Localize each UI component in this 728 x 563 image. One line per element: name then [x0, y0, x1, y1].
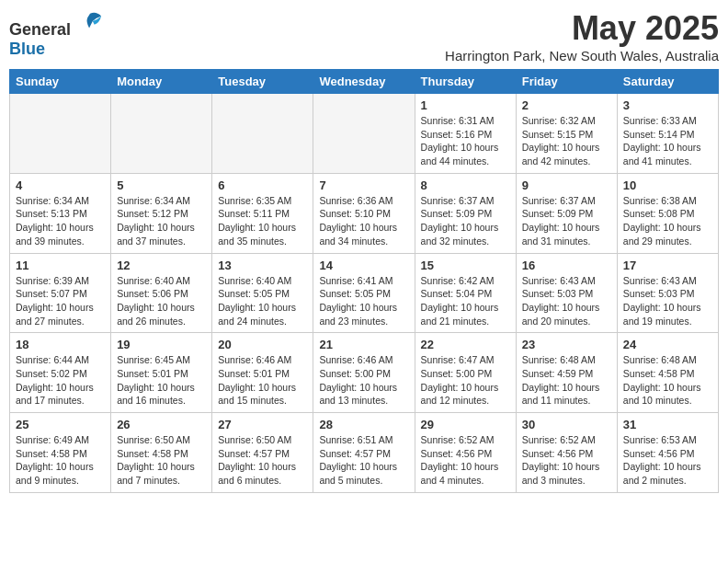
calendar-day-cell: 9Sunrise: 6:37 AM Sunset: 5:09 PM Daylig…: [516, 173, 617, 253]
day-info: Sunrise: 6:32 AM Sunset: 5:15 PM Dayligh…: [522, 114, 611, 168]
calendar-day-cell: 16Sunrise: 6:43 AM Sunset: 5:03 PM Dayli…: [516, 253, 617, 333]
calendar-day-header: Wednesday: [313, 70, 415, 94]
day-number: 22: [421, 338, 510, 351]
calendar-day-cell: 22Sunrise: 6:47 AM Sunset: 5:00 PM Dayli…: [415, 333, 516, 413]
day-number: 8: [421, 178, 510, 192]
day-info: Sunrise: 6:49 AM Sunset: 4:58 PM Dayligh…: [16, 433, 105, 488]
day-info: Sunrise: 6:36 AM Sunset: 5:10 PM Dayligh…: [319, 194, 408, 248]
calendar-day-cell: 27Sunrise: 6:50 AM Sunset: 4:57 PM Dayli…: [212, 413, 313, 493]
day-info: Sunrise: 6:44 AM Sunset: 5:02 PM Dayligh…: [16, 353, 105, 408]
day-number: 19: [117, 338, 206, 351]
day-info: Sunrise: 6:47 AM Sunset: 5:00 PM Dayligh…: [421, 353, 510, 408]
calendar-day-cell: 14Sunrise: 6:41 AM Sunset: 5:05 PM Dayli…: [313, 253, 415, 333]
calendar-day-cell: 17Sunrise: 6:43 AM Sunset: 5:03 PM Dayli…: [617, 253, 718, 333]
day-number: 1: [421, 98, 510, 112]
calendar-day-header: Friday: [516, 70, 617, 94]
day-info: Sunrise: 6:34 AM Sunset: 5:12 PM Dayligh…: [117, 194, 206, 248]
calendar-day-cell: 11Sunrise: 6:39 AM Sunset: 5:07 PM Dayli…: [10, 253, 111, 333]
calendar-day-cell: 4Sunrise: 6:34 AM Sunset: 5:13 PM Daylig…: [10, 173, 111, 253]
day-number: 18: [16, 338, 105, 351]
logo: General Blue: [9, 9, 103, 59]
calendar-day-cell: 24Sunrise: 6:48 AM Sunset: 4:58 PM Dayli…: [617, 333, 718, 413]
calendar-day-cell: 25Sunrise: 6:49 AM Sunset: 4:58 PM Dayli…: [10, 413, 111, 493]
calendar-day-cell: 7Sunrise: 6:36 AM Sunset: 5:10 PM Daylig…: [313, 173, 415, 253]
calendar-day-cell: 18Sunrise: 6:44 AM Sunset: 5:02 PM Dayli…: [10, 333, 111, 413]
day-number: 10: [623, 178, 712, 192]
calendar-day-cell: 2Sunrise: 6:32 AM Sunset: 5:15 PM Daylig…: [516, 94, 617, 174]
day-info: Sunrise: 6:46 AM Sunset: 5:01 PM Dayligh…: [218, 353, 307, 408]
day-number: 7: [319, 178, 408, 192]
calendar-day-header: Sunday: [10, 70, 111, 94]
day-info: Sunrise: 6:41 AM Sunset: 5:05 PM Dayligh…: [319, 274, 408, 328]
calendar-day-header: Thursday: [415, 70, 516, 94]
day-number: 16: [522, 259, 611, 272]
day-number: 23: [522, 338, 611, 351]
calendar-day-cell: 31Sunrise: 6:53 AM Sunset: 4:56 PM Dayli…: [617, 413, 718, 493]
day-info: Sunrise: 6:40 AM Sunset: 5:05 PM Dayligh…: [218, 274, 307, 328]
day-info: Sunrise: 6:50 AM Sunset: 4:57 PM Dayligh…: [218, 433, 307, 488]
day-info: Sunrise: 6:52 AM Sunset: 4:56 PM Dayligh…: [421, 433, 510, 488]
day-number: 13: [218, 259, 307, 272]
day-info: Sunrise: 6:37 AM Sunset: 5:09 PM Dayligh…: [421, 194, 510, 248]
calendar-day-cell: [10, 94, 111, 174]
day-number: 21: [319, 338, 408, 351]
day-number: 15: [421, 259, 510, 272]
calendar-day-cell: 8Sunrise: 6:37 AM Sunset: 5:09 PM Daylig…: [415, 173, 516, 253]
day-number: 31: [623, 418, 712, 431]
day-number: 11: [16, 259, 105, 272]
calendar-header-row: SundayMondayTuesdayWednesdayThursdayFrid…: [10, 70, 719, 94]
day-info: Sunrise: 6:48 AM Sunset: 4:59 PM Dayligh…: [522, 353, 611, 408]
day-number: 14: [319, 259, 408, 272]
day-number: 28: [319, 418, 408, 431]
day-number: 17: [623, 259, 712, 272]
location-title: Harrington Park, New South Wales, Austra…: [445, 48, 719, 63]
day-info: Sunrise: 6:52 AM Sunset: 4:56 PM Dayligh…: [522, 433, 611, 488]
day-info: Sunrise: 6:43 AM Sunset: 5:03 PM Dayligh…: [522, 274, 611, 328]
calendar-day-cell: 15Sunrise: 6:42 AM Sunset: 5:04 PM Dayli…: [415, 253, 516, 333]
day-info: Sunrise: 6:43 AM Sunset: 5:03 PM Dayligh…: [623, 274, 712, 328]
calendar-week-row: 4Sunrise: 6:34 AM Sunset: 5:13 PM Daylig…: [10, 173, 719, 253]
day-number: 5: [117, 178, 206, 192]
calendar-day-cell: 26Sunrise: 6:50 AM Sunset: 4:58 PM Dayli…: [111, 413, 212, 493]
logo-bird-icon: [77, 9, 103, 35]
calendar-day-cell: 1Sunrise: 6:31 AM Sunset: 5:16 PM Daylig…: [415, 94, 516, 174]
month-title: May 2025: [445, 9, 719, 48]
calendar-day-header: Tuesday: [212, 70, 313, 94]
day-info: Sunrise: 6:45 AM Sunset: 5:01 PM Dayligh…: [117, 353, 206, 408]
calendar-day-cell: 5Sunrise: 6:34 AM Sunset: 5:12 PM Daylig…: [111, 173, 212, 253]
calendar-day-cell: 28Sunrise: 6:51 AM Sunset: 4:57 PM Dayli…: [313, 413, 415, 493]
day-info: Sunrise: 6:51 AM Sunset: 4:57 PM Dayligh…: [319, 433, 408, 488]
day-number: 24: [623, 338, 712, 351]
calendar-week-row: 25Sunrise: 6:49 AM Sunset: 4:58 PM Dayli…: [10, 413, 719, 493]
day-info: Sunrise: 6:40 AM Sunset: 5:06 PM Dayligh…: [117, 274, 206, 328]
day-number: 6: [218, 178, 307, 192]
page-header: General Blue May 2025 Harrington Park, N…: [9, 9, 719, 63]
day-number: 3: [623, 98, 712, 112]
day-number: 4: [16, 178, 105, 192]
calendar-day-cell: 10Sunrise: 6:38 AM Sunset: 5:08 PM Dayli…: [617, 173, 718, 253]
day-number: 26: [117, 418, 206, 431]
day-info: Sunrise: 6:31 AM Sunset: 5:16 PM Dayligh…: [421, 114, 510, 168]
calendar-day-cell: 19Sunrise: 6:45 AM Sunset: 5:01 PM Dayli…: [111, 333, 212, 413]
day-info: Sunrise: 6:42 AM Sunset: 5:04 PM Dayligh…: [421, 274, 510, 328]
calendar-table: SundayMondayTuesdayWednesdayThursdayFrid…: [9, 69, 719, 493]
day-info: Sunrise: 6:33 AM Sunset: 5:14 PM Dayligh…: [623, 114, 712, 168]
day-number: 25: [16, 418, 105, 431]
day-number: 2: [522, 98, 611, 112]
calendar-day-header: Saturday: [617, 70, 718, 94]
calendar-day-cell: 20Sunrise: 6:46 AM Sunset: 5:01 PM Dayli…: [212, 333, 313, 413]
calendar-day-cell: [212, 94, 313, 174]
logo-general-text: General: [9, 20, 71, 39]
day-number: 9: [522, 178, 611, 192]
calendar-day-cell: 6Sunrise: 6:35 AM Sunset: 5:11 PM Daylig…: [212, 173, 313, 253]
day-info: Sunrise: 6:35 AM Sunset: 5:11 PM Dayligh…: [218, 194, 307, 248]
day-number: 27: [218, 418, 307, 431]
logo-blue-text: Blue: [9, 40, 45, 58]
calendar-day-cell: 13Sunrise: 6:40 AM Sunset: 5:05 PM Dayli…: [212, 253, 313, 333]
calendar-day-cell: 30Sunrise: 6:52 AM Sunset: 4:56 PM Dayli…: [516, 413, 617, 493]
calendar-day-header: Monday: [111, 70, 212, 94]
day-info: Sunrise: 6:37 AM Sunset: 5:09 PM Dayligh…: [522, 194, 611, 248]
day-info: Sunrise: 6:39 AM Sunset: 5:07 PM Dayligh…: [16, 274, 105, 328]
calendar-day-cell: 21Sunrise: 6:46 AM Sunset: 5:00 PM Dayli…: [313, 333, 415, 413]
day-info: Sunrise: 6:34 AM Sunset: 5:13 PM Dayligh…: [16, 194, 105, 248]
